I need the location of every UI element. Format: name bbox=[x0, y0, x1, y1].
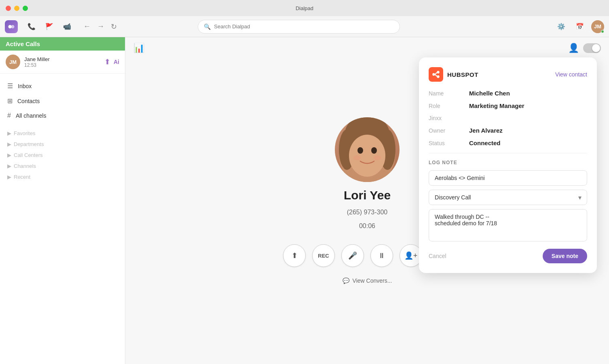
role-label: Role bbox=[429, 103, 469, 109]
chevron-right-icon-re: ▶ bbox=[7, 174, 11, 180]
app-logo bbox=[5, 20, 18, 33]
recent-label: Recent bbox=[14, 174, 30, 180]
view-conversation-button[interactable]: 💬 View Convers... bbox=[343, 277, 392, 284]
active-call-item[interactable]: JM Jane Miller 12:53 ⬆ Ai bbox=[0, 51, 125, 74]
contacts-icon: ⊞ bbox=[7, 97, 13, 105]
svg-point-9 bbox=[353, 155, 361, 160]
close-button[interactable] bbox=[6, 6, 11, 11]
save-note-button[interactable]: Save note bbox=[543, 249, 587, 263]
maximize-button[interactable] bbox=[23, 6, 28, 11]
sidebar-item-inbox[interactable]: ☰ Inbox bbox=[0, 78, 125, 93]
back-button[interactable]: ← bbox=[81, 21, 93, 33]
traffic-lights bbox=[6, 6, 28, 11]
cancel-button[interactable]: Cancel bbox=[429, 253, 446, 259]
svg-point-10 bbox=[373, 155, 381, 160]
toggle-switch[interactable] bbox=[583, 43, 601, 53]
all-channels-label: All channels bbox=[16, 112, 47, 119]
sidebar-section-recent[interactable]: ▶ Recent bbox=[0, 171, 125, 182]
svg-point-11 bbox=[437, 71, 439, 73]
chevron-right-icon-cc: ▶ bbox=[7, 152, 11, 158]
view-conversation-label: View Convers... bbox=[353, 277, 392, 284]
active-calls-header: Active Calls bbox=[0, 37, 125, 51]
nav-arrows: ← → ↻ bbox=[81, 21, 119, 33]
hubspot-title: HUBSPOT bbox=[447, 71, 478, 78]
log-note-title-input[interactable] bbox=[429, 170, 587, 186]
call-action-buttons: ⬆ Ai bbox=[104, 57, 119, 66]
calendar-icon-button[interactable]: 📅 bbox=[573, 19, 587, 34]
log-note-label: LOG NOTE bbox=[429, 160, 587, 165]
hubspot-header: HUBSPOT View contact bbox=[429, 67, 587, 82]
field-row-status: Status Connected bbox=[429, 140, 587, 146]
field-row-owner: Owner Jen Alvarez bbox=[429, 127, 587, 134]
record-button[interactable]: REC bbox=[312, 244, 335, 267]
sidebar-section-departments[interactable]: ▶ Departments bbox=[0, 139, 125, 150]
minimize-button[interactable] bbox=[14, 6, 19, 11]
hubspot-panel: HUBSPOT View contact Name Michelle Chen … bbox=[419, 57, 597, 273]
call-type-select[interactable]: Discovery Call Follow-up Call Demo Call … bbox=[429, 190, 587, 205]
contact-number: (265) 973-300 bbox=[347, 209, 388, 216]
inbox-label: Inbox bbox=[18, 83, 32, 89]
field-row-role: Role Marketing Manager bbox=[429, 102, 587, 109]
view-contact-button[interactable]: View contact bbox=[555, 71, 587, 78]
name-value: Michelle Chen bbox=[469, 90, 510, 97]
hubspot-actions: Cancel Save note bbox=[429, 249, 587, 263]
favorites-label: Favorites bbox=[14, 130, 35, 136]
call-avatar-initials: JM bbox=[9, 59, 17, 65]
mute-button[interactable]: 🎤 bbox=[341, 244, 364, 267]
online-indicator bbox=[601, 30, 604, 33]
contact-avatar bbox=[335, 117, 400, 182]
person-icon-button[interactable]: 👤 bbox=[568, 43, 579, 53]
inbox-icon: ☰ bbox=[7, 82, 13, 90]
sidebar-navigation: ☰ Inbox ⊞ Contacts # All channels bbox=[0, 74, 125, 128]
forward-button[interactable]: → bbox=[95, 21, 107, 33]
sidebar-section-favorites[interactable]: ▶ Favorites bbox=[0, 128, 125, 139]
departments-label: Departments bbox=[14, 141, 44, 147]
chat-icon: 💬 bbox=[343, 277, 349, 284]
search-input[interactable] bbox=[214, 23, 394, 30]
chevron-right-icon-dept: ▶ bbox=[7, 141, 11, 147]
chevron-right-icon: ▶ bbox=[7, 130, 11, 136]
channels-label-section: Channels bbox=[14, 163, 36, 169]
call-timer: 12:53 bbox=[24, 62, 100, 68]
sidebar-section-call-centers[interactable]: ▶ Call Centers bbox=[0, 150, 125, 161]
screen-share-button[interactable]: ⬆ bbox=[283, 244, 306, 267]
settings-icon-button[interactable]: ⚙️ bbox=[554, 19, 569, 34]
refresh-button[interactable]: ↻ bbox=[108, 21, 119, 33]
call-info: Jane Miller 12:53 bbox=[24, 56, 100, 68]
search-icon: 🔍 bbox=[204, 23, 211, 30]
svg-point-7 bbox=[357, 147, 363, 154]
call-centers-label: Call Centers bbox=[14, 152, 43, 158]
svg-line-15 bbox=[435, 74, 437, 76]
user-avatar[interactable]: JM bbox=[591, 20, 604, 33]
contacts-label: Contacts bbox=[17, 98, 40, 104]
field-row-name: Name Michelle Chen bbox=[429, 90, 587, 97]
sidebar-section-channels[interactable]: ▶ Channels bbox=[0, 161, 125, 171]
pause-button[interactable]: ⏸ bbox=[370, 244, 393, 267]
sidebar-item-all-channels[interactable]: # All channels bbox=[0, 108, 125, 123]
main-content: 📊 👤 bbox=[125, 37, 609, 364]
svg-point-6 bbox=[349, 135, 385, 177]
call-duration: 00:06 bbox=[359, 222, 375, 230]
title-bar: Dialpad bbox=[0, 0, 609, 16]
search-bar: 🔍 bbox=[198, 20, 400, 34]
note-text-area[interactable]: Walked through DC -- scheduled demo for … bbox=[429, 209, 587, 241]
svg-point-12 bbox=[437, 75, 439, 78]
main-layout: Active Calls JM Jane Miller 12:53 ⬆ Ai ☰… bbox=[0, 37, 609, 364]
hubspot-logo-title: HUBSPOT bbox=[429, 67, 478, 82]
merge-call-icon-button[interactable]: ⬆ bbox=[104, 57, 110, 66]
bar-chart-icon-button[interactable]: 📊 bbox=[133, 43, 144, 53]
flag-icon-button[interactable]: 🚩 bbox=[42, 19, 57, 34]
sidebar: Active Calls JM Jane Miller 12:53 ⬆ Ai ☰… bbox=[0, 37, 125, 364]
content-top-bar-left: 📊 bbox=[133, 43, 144, 53]
phone-icon-button[interactable]: 📞 bbox=[24, 19, 39, 34]
owner-label: Owner bbox=[429, 127, 469, 134]
sidebar-item-contacts[interactable]: ⊞ Contacts bbox=[0, 93, 125, 108]
toolbar: 📞 🚩 📹 ← → ↻ 🔍 ⚙️ 📅 JM bbox=[0, 16, 609, 37]
video-icon-button[interactable]: 📹 bbox=[60, 19, 74, 34]
contact-name: Lori Yee bbox=[344, 188, 391, 202]
role-value: Marketing Manager bbox=[469, 102, 524, 109]
call-type-select-wrapper: Discovery Call Follow-up Call Demo Call … bbox=[429, 190, 587, 205]
ai-icon-button[interactable]: Ai bbox=[114, 59, 119, 65]
content-top-bar-right: 👤 bbox=[568, 43, 601, 53]
name-label: Name bbox=[429, 90, 469, 97]
